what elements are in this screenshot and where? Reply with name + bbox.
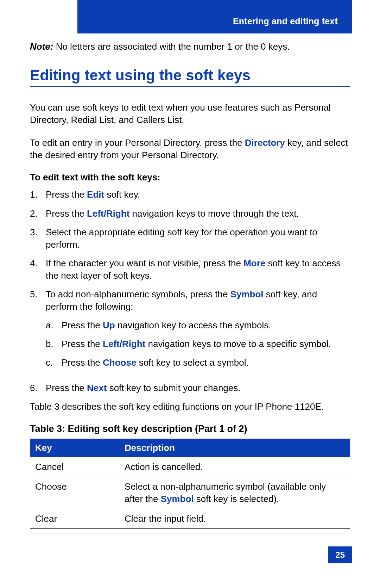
intro2-part-a: To edit an entry in your Personal Direct… xyxy=(30,137,245,148)
step-text: Select the appropriate editing soft key … xyxy=(46,226,350,251)
edit-keyword: Edit xyxy=(87,189,104,200)
step-number: 1. xyxy=(30,188,46,201)
table-intro: Table 3 describes the soft key editing f… xyxy=(30,401,350,413)
next-keyword: Next xyxy=(87,383,107,393)
text-frag: soft key to select a symbol. xyxy=(136,357,248,368)
leftright-keyword: Left/Right xyxy=(87,208,129,219)
substep-text: Press the Up navigation key to access th… xyxy=(62,319,350,332)
symbol-keyword: Symbol xyxy=(161,494,194,504)
step-3: 3. Select the appropriate editing soft k… xyxy=(30,226,350,251)
substep-text: Press the Left/Right navigation keys to … xyxy=(62,338,350,350)
step-number: 2. xyxy=(30,208,46,220)
text-frag: Press the xyxy=(62,339,103,349)
soft-key-table: Key Description Cancel Action is cancell… xyxy=(30,439,350,529)
step-text: Press the Left/Right navigation keys to … xyxy=(46,208,350,220)
section-title: Editing text using the soft keys xyxy=(30,67,350,87)
text-frag: navigation keys to move through the text… xyxy=(129,208,299,219)
cell-desc: Action is cancelled. xyxy=(120,457,350,477)
symbol-keyword: Symbol xyxy=(230,289,264,299)
page-content: Note: No letters are associated with the… xyxy=(30,41,350,529)
step-number: 5. xyxy=(30,288,46,375)
substeps-list: a. Press the Up navigation key to access… xyxy=(46,319,350,369)
intro-paragraph-2: To edit an entry in your Personal Direct… xyxy=(30,137,350,161)
substep-b: b. Press the Left/Right navigation keys … xyxy=(46,338,350,350)
text-frag: soft key to submit your changes. xyxy=(107,383,240,393)
text-frag: soft key. xyxy=(104,189,140,200)
text-frag: If the character you want is not visible… xyxy=(46,258,243,268)
substep-letter: a. xyxy=(46,319,62,332)
col-description: Description xyxy=(120,439,350,457)
text-frag: soft key is selected). xyxy=(194,494,279,504)
cell-key: Clear xyxy=(30,509,120,528)
text-frag: navigation key to access the symbols. xyxy=(115,320,271,330)
substep-letter: b. xyxy=(46,338,62,350)
step-text: If the character you want is not visible… xyxy=(46,257,350,282)
step-text: Press the Next soft key to submit your c… xyxy=(46,382,350,394)
directory-keyword: Directory xyxy=(245,137,285,148)
note-label: Note: xyxy=(30,41,53,52)
text-frag: Press the xyxy=(62,357,103,368)
note-line: Note: No letters are associated with the… xyxy=(30,41,350,53)
substep-a: a. Press the Up navigation key to access… xyxy=(46,319,350,332)
cell-desc: Clear the input field. xyxy=(120,509,350,528)
steps-subheading: To edit text with the soft keys: xyxy=(30,172,350,183)
header-bar: Entering and editing text xyxy=(77,0,352,33)
step-1: 1. Press the Edit soft key. xyxy=(30,188,350,201)
text-frag: Press the xyxy=(46,189,87,200)
more-keyword: More xyxy=(243,258,265,268)
up-keyword: Up xyxy=(103,320,115,330)
step-5: 5. To add non-alphanumeric symbols, pres… xyxy=(30,288,350,375)
table-row: Clear Clear the input field. xyxy=(30,509,350,528)
leftright-keyword: Left/Right xyxy=(103,339,145,349)
table-header-row: Key Description xyxy=(30,439,350,457)
step-number: 6. xyxy=(30,382,46,394)
intro-paragraph-1: You can use soft keys to edit text when … xyxy=(30,101,350,126)
step-number: 4. xyxy=(30,257,46,282)
step-2: 2. Press the Left/Right navigation keys … xyxy=(30,208,350,220)
text-frag: Press the xyxy=(46,383,87,393)
text-frag: Press the xyxy=(62,320,103,330)
note-text: No letters are associated with the numbe… xyxy=(53,41,290,52)
cell-key: Cancel xyxy=(30,457,120,477)
cell-key: Choose xyxy=(30,477,120,509)
step-text: Press the Edit soft key. xyxy=(46,188,350,201)
choose-keyword: Choose xyxy=(103,357,136,368)
header-title: Entering and editing text xyxy=(233,16,338,26)
substep-letter: c. xyxy=(46,357,62,369)
step-text: To add non-alphanumeric symbols, press t… xyxy=(46,288,350,375)
substep-text: Press the Choose soft key to select a sy… xyxy=(62,357,350,369)
cell-desc: Select a non-alphanumeric symbol (availa… xyxy=(120,477,350,509)
table-row: Cancel Action is cancelled. xyxy=(30,457,350,477)
steps-list: 1. Press the Edit soft key. 2. Press the… xyxy=(30,188,350,394)
step-6: 6. Press the Next soft key to submit you… xyxy=(30,382,350,394)
text-frag: navigation keys to move to a specific sy… xyxy=(145,339,331,349)
page-number: 25 xyxy=(328,546,352,563)
table-row: Choose Select a non-alphanumeric symbol … xyxy=(30,477,350,509)
step-4: 4. If the character you want is not visi… xyxy=(30,257,350,282)
step-number: 3. xyxy=(30,226,46,251)
substep-c: c. Press the Choose soft key to select a… xyxy=(46,357,350,369)
col-key: Key xyxy=(30,439,120,457)
text-frag: Press the xyxy=(46,208,87,219)
table-caption: Table 3: Editing soft key description (P… xyxy=(30,423,350,434)
text-frag: To add non-alphanumeric symbols, press t… xyxy=(46,289,230,299)
